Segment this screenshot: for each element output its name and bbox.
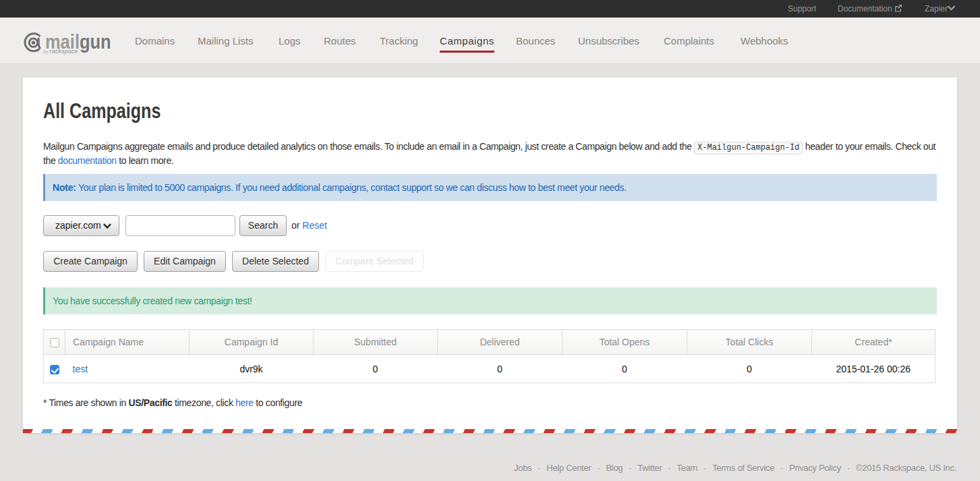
svg-text:by rackspace: by rackspace: [43, 48, 78, 55]
